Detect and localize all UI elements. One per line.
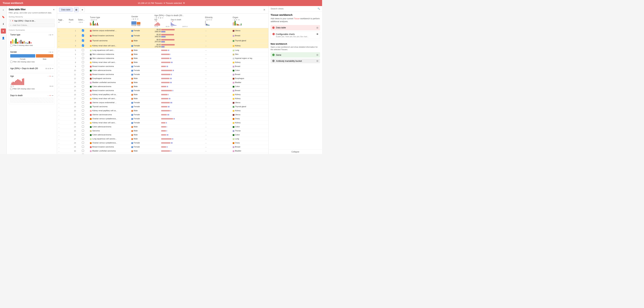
table-row[interactable]: ...23Kidney renal clear cell carci...Fem… xyxy=(57,121,268,125)
table-row[interactable]: ...8Kidney renal clear cell carci...Male… xyxy=(57,60,268,64)
configurable-charts-item[interactable]: Configurable charts ⊞ Scatter plot, Viol… xyxy=(270,31,320,39)
select-cell[interactable] xyxy=(77,109,89,113)
table-row[interactable]: ...22Ovarian serous cystadenocа...Female… xyxy=(57,117,268,121)
row-checkbox[interactable] xyxy=(82,61,84,63)
select-filter[interactable]: ⊞ xyxy=(79,21,81,23)
age-days-flag-th[interactable]: ▼ xyxy=(158,17,159,19)
tumor-dots-th[interactable]: ••• xyxy=(95,19,97,21)
list-icon-btn[interactable]: ≡ xyxy=(80,8,85,12)
select-cell[interactable] xyxy=(77,43,89,48)
close-button[interactable]: ✕ xyxy=(262,8,266,12)
table-row[interactable]: ...11Breast invasive carcinomaFemale —Br… xyxy=(57,72,268,76)
select-cell[interactable] xyxy=(77,137,89,141)
row-checkbox[interactable] xyxy=(82,122,84,124)
row-checkbox[interactable] xyxy=(82,69,84,71)
table-row[interactable]: ...1Uterine corpus endometrial ...Female… xyxy=(57,28,268,33)
table-row[interactable]: ...5Lung squamous cell carci...Male —Lun… xyxy=(57,48,268,52)
age-filter-icon[interactable]: ⊞ xyxy=(48,68,49,70)
select-cell[interactable] xyxy=(77,38,89,43)
organ-flag-th[interactable]: ▼ xyxy=(236,19,238,21)
age-days-bars-th[interactable]: ≣ xyxy=(160,17,161,19)
row-checkbox[interactable] xyxy=(82,146,84,148)
table-row[interactable]: ...4Kidney renal clear cell carci...Fema… xyxy=(57,43,268,48)
days-more-icon[interactable]: ••• xyxy=(52,94,53,96)
gender-dots-th[interactable]: ••• xyxy=(137,18,138,20)
table-row[interactable]: ...12Esophageal carcinomaMale —Esophagus xyxy=(57,76,268,80)
eth-filter-th[interactable]: ⊞ xyxy=(206,19,208,21)
table-row[interactable]: ...31Lung adenocarcinomaMale —Lung xyxy=(57,153,268,154)
age-filter-check[interactable]: Filter 324 missing value rows xyxy=(10,88,53,90)
gender-filter-checkbox[interactable] xyxy=(10,61,12,63)
days-filter-icon[interactable]: ▼ xyxy=(49,94,51,96)
row-checkbox[interactable] xyxy=(82,105,84,108)
select-cell[interactable] xyxy=(77,121,89,125)
tumor-filter-icon[interactable]: ⊞ xyxy=(50,34,51,36)
gender-more-icon[interactable]: ••• xyxy=(52,51,53,53)
select-cell[interactable] xyxy=(77,84,89,88)
age-filter2-icon[interactable]: ▼ xyxy=(49,75,51,77)
age-sort-icon[interactable]: ≣ xyxy=(46,68,47,70)
row-checkbox[interactable] xyxy=(82,110,84,112)
select-cell[interactable] xyxy=(77,68,89,72)
organ-dots-th[interactable]: ••• xyxy=(238,19,240,21)
select-cell[interactable] xyxy=(77,56,89,60)
age-more-icon[interactable]: ••• xyxy=(52,68,53,70)
row-checkbox[interactable] xyxy=(82,134,84,136)
table-row[interactable]: ...6Skin cutaneous melanomaMale —Skin xyxy=(57,52,268,56)
add-sort-button[interactable]: + + Add Sort Criteria... xyxy=(9,23,55,27)
gender-flag-th[interactable]: ▼ xyxy=(134,18,136,20)
row-checkbox[interactable] xyxy=(82,93,84,96)
row-checkbox[interactable] xyxy=(82,53,84,55)
row-checkbox[interactable] xyxy=(82,142,84,144)
gender-sort-icon[interactable]: ↕ xyxy=(48,51,49,53)
days-sort-sub[interactable]: ↕ xyxy=(171,21,172,22)
age-bars-icon[interactable]: ≣ xyxy=(50,68,51,70)
select-sort[interactable]: ↕ xyxy=(78,21,79,23)
table-row[interactable]: ...2Breast invasive carcinomaFemale 85.0… xyxy=(57,33,268,38)
select-cell[interactable] xyxy=(77,113,89,117)
table-row[interactable]: ...7Skin cutaneous melanomaMale —Inguina… xyxy=(57,56,268,60)
desc-link[interactable]: Tissue xyxy=(294,18,300,20)
row-checkbox[interactable] xyxy=(82,81,84,83)
row-checkbox[interactable] xyxy=(82,97,84,100)
table-row[interactable]: ...25SarcomaMale —Thorax xyxy=(57,129,268,133)
table-row[interactable]: ...15Breast invasive carcinomaFemale —Br… xyxy=(57,88,268,92)
workbench-antibody[interactable]: Antibody tractability bucket ⊞ xyxy=(270,58,320,63)
tumor-filter-check[interactable]: Filter 0 missing value rows xyxy=(10,44,53,46)
days-sort-icon[interactable]: ↕ xyxy=(48,94,49,96)
select-cell[interactable] xyxy=(77,76,89,80)
copy-icon[interactable]: ⧉ xyxy=(183,2,185,4)
select-cell[interactable] xyxy=(77,153,89,154)
select-cell[interactable] xyxy=(77,72,89,76)
days-flag-sub[interactable]: ▼ xyxy=(172,21,174,22)
search-input[interactable] xyxy=(270,8,316,10)
row-checkbox[interactable] xyxy=(82,101,84,104)
collapse-button[interactable]: Collapse xyxy=(268,150,322,154)
table-row[interactable]: ...24Colon adenocarcinomaMale —Colon xyxy=(57,125,268,129)
row-checkbox[interactable] xyxy=(82,89,84,92)
table-row[interactable]: ...14Colon adenocarcinomaMale —Colon xyxy=(57,84,268,88)
aggr-dots[interactable]: ••• xyxy=(58,21,60,23)
eth-flag-th[interactable]: ▼ xyxy=(208,19,210,21)
select-cell[interactable] xyxy=(77,52,89,56)
row-checkbox[interactable] xyxy=(82,29,84,32)
row-checkbox[interactable] xyxy=(82,114,84,116)
select-cell[interactable] xyxy=(77,33,89,38)
table-row[interactable]: ...17Kidney renal clear cell carci...Mal… xyxy=(57,97,268,101)
filter-button[interactable]: ▼ xyxy=(1,28,6,34)
rank-dots[interactable]: ••• xyxy=(69,21,70,23)
table-row[interactable]: ...21Uterine carcinosarcomaFemale —Uteru… xyxy=(57,113,268,117)
gender-filter-check[interactable]: Filter 182 missing value rows xyxy=(10,61,53,63)
select-cell[interactable] xyxy=(77,97,89,101)
table-icon-btn[interactable]: ⊞ xyxy=(74,8,79,12)
select-cell[interactable] xyxy=(77,64,89,68)
select-cell[interactable] xyxy=(77,28,89,33)
tumor-flag-th[interactable]: ▼ xyxy=(93,19,95,21)
tumor-sort-icon[interactable]: ↕ xyxy=(48,34,49,36)
select-cell[interactable] xyxy=(77,101,89,105)
row-checkbox[interactable] xyxy=(82,150,84,152)
organ-filter-th[interactable]: ⊞ xyxy=(234,19,235,21)
filter-panel-collapse[interactable]: ▲ xyxy=(53,8,55,10)
age-more2-icon[interactable]: ••• xyxy=(52,75,53,77)
age-days-filter-th[interactable]: ⊞ xyxy=(156,17,157,19)
